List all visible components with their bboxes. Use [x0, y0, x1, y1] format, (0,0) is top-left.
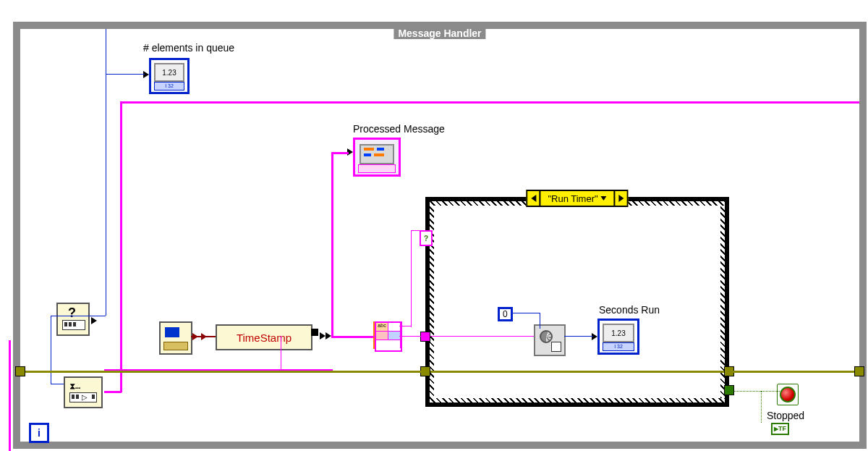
- indicator-value: 1.23: [603, 324, 634, 342]
- case-value-text: "Run Timer": [548, 193, 597, 204]
- indicator-stopped[interactable]: ▶TF: [771, 423, 789, 435]
- label-stopped: Stopped: [767, 410, 804, 421]
- node-get-datetime[interactable]: [159, 321, 192, 355]
- wire-pink-thick: [331, 152, 333, 336]
- i32-tag: I 32: [603, 342, 634, 351]
- case-structure[interactable]: "Run Timer" 0 Seconds Run 1.23 I 32: [425, 197, 729, 407]
- wire-pink: [281, 336, 281, 372]
- tunnel-bool-out: [724, 385, 734, 395]
- unbundle-row-label: abc: [376, 323, 388, 331]
- queue-glyph-icon: [62, 320, 85, 330]
- indicator-input-arrow-icon: [143, 71, 149, 78]
- bundle-handle-icon: [311, 329, 318, 336]
- loop-title: Message Handler: [393, 28, 485, 39]
- iteration-terminal: i: [29, 423, 49, 443]
- indicator-seconds-run[interactable]: 1.23 I 32: [597, 319, 639, 355]
- wire-pink-thick: [120, 101, 122, 392]
- node-output-arrow-icon: [91, 317, 97, 324]
- wire-green: [729, 391, 780, 392]
- wire-blue: [51, 384, 64, 384]
- wire-pink-thick: [120, 101, 859, 104]
- case-selector[interactable]: "Run Timer": [526, 190, 628, 207]
- wire-olive-thick: [729, 371, 859, 373]
- wire-pink-thick: [331, 152, 349, 154]
- node-unbundle-by-name[interactable]: abc: [375, 321, 402, 352]
- wire-pink: [411, 230, 421, 231]
- loop-stop-terminal[interactable]: [780, 387, 796, 402]
- node-invoke[interactable]: [534, 324, 566, 356]
- label-elements-in-queue: # elements in queue: [143, 42, 234, 54]
- pc-body-icon: [163, 342, 188, 350]
- wire-pink: [411, 230, 412, 327]
- wire-blue: [51, 316, 51, 384]
- wire-pink: [399, 336, 421, 337]
- constant-zero[interactable]: 0: [498, 307, 513, 321]
- wire-olive-thick: [20, 371, 425, 373]
- wire-blue: [106, 74, 145, 75]
- tf-tag: TF: [778, 425, 786, 432]
- wire-pink: [333, 336, 375, 337]
- output-arrow-icon: [320, 332, 326, 340]
- case-border: [425, 197, 729, 407]
- constant-timestamp-label[interactable]: TimeStamp: [216, 324, 312, 350]
- shift-register-right: [854, 366, 864, 376]
- zero-value: 0: [503, 309, 508, 319]
- wire-blue: [106, 29, 106, 316]
- wire-blue: [540, 313, 540, 329]
- indicator-elements-in-queue[interactable]: 1.23 I 32: [149, 58, 190, 94]
- tunnel-variant-in: [420, 332, 430, 342]
- wire-blue: [51, 316, 106, 316]
- case-prev-arrow-icon[interactable]: [527, 191, 540, 206]
- node-dequeue[interactable]: ⧗… ▷: [64, 376, 103, 408]
- wire-pink: [399, 326, 411, 326]
- node-queue-status[interactable]: ?: [56, 303, 90, 336]
- case-value[interactable]: "Run Timer": [540, 191, 613, 206]
- wire-darkred: [191, 336, 216, 337]
- wire-blue: [564, 336, 593, 337]
- queue-glyph-icon: ▷: [69, 392, 97, 402]
- wire-pink-thick: [104, 391, 122, 393]
- monitor-icon: [165, 327, 179, 337]
- i32-tag: I 32: [154, 82, 184, 90]
- wire-blue: [512, 313, 540, 313]
- indicator-input-arrow-icon: [592, 333, 597, 340]
- hourglass-icon: ⧗…: [69, 381, 80, 391]
- shift-register-left: [15, 366, 25, 376]
- iteration-i: i: [38, 427, 41, 439]
- label-processed-message: Processed Message: [353, 123, 445, 135]
- cluster-icon: [359, 144, 394, 164]
- wire-green: [761, 391, 762, 423]
- case-selector-terminal: ?: [420, 230, 433, 246]
- indicator-processed-message[interactable]: [353, 138, 401, 177]
- indicator-value: 1.23: [154, 63, 184, 82]
- label-seconds-run: Seconds Run: [599, 304, 660, 316]
- unbundle-left-rail: [373, 321, 375, 349]
- wire-pink: [430, 336, 534, 337]
- wire-pink-thick: [9, 340, 11, 451]
- diagram-canvas: Message Handler # elements in queue 1.23…: [0, 0, 868, 451]
- wire-olive: [430, 371, 725, 373]
- cluster-type-tag: [358, 164, 396, 173]
- timestamp-text: TimeStamp: [237, 332, 292, 344]
- while-loop: Message Handler # elements in queue 1.23…: [13, 22, 867, 449]
- case-next-arrow-icon[interactable]: [614, 191, 627, 206]
- output-arrow-icon: [326, 332, 331, 340]
- dropdown-chevron-icon: [601, 196, 607, 201]
- question-mark-icon: ?: [68, 305, 76, 321]
